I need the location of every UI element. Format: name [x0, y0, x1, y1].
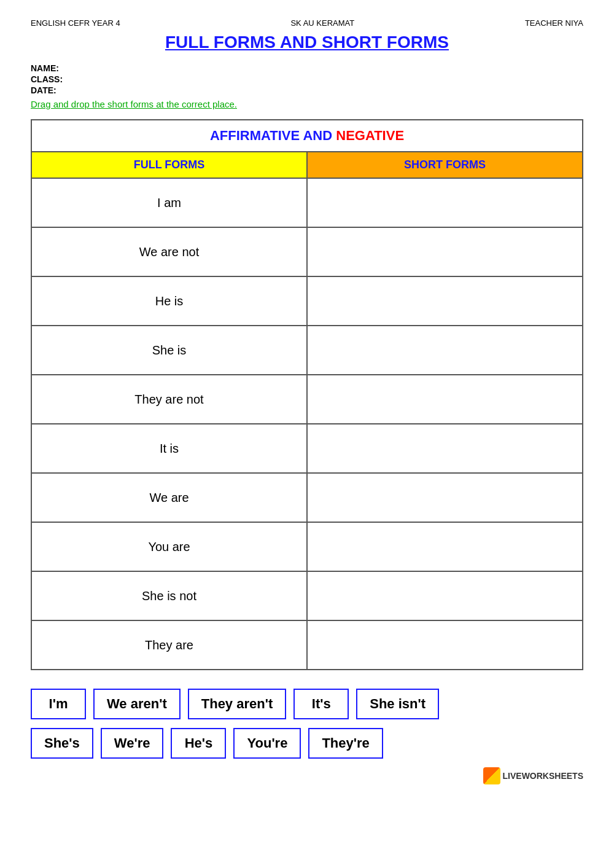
short-form-cell[interactable]	[307, 375, 583, 424]
full-form-cell: We are not	[31, 227, 307, 276]
short-form-cell[interactable]	[307, 620, 583, 670]
short-form-cell[interactable]	[307, 276, 583, 326]
date-label: DATE:	[31, 85, 583, 95]
table-row: They are not	[31, 375, 583, 424]
col-header-row: FULL FORMS SHORT FORMS	[31, 152, 583, 178]
table-row: We are	[31, 473, 583, 522]
drag-item[interactable]: I'm	[31, 689, 86, 719]
drag-item[interactable]: We aren't	[93, 689, 181, 719]
logo-box: LIVEWORKSHEETS	[483, 767, 583, 784]
full-form-cell: They are	[31, 620, 307, 670]
page-title: FULL FORMS AND SHORT FORMS	[31, 33, 583, 52]
drag-item[interactable]: They aren't	[188, 689, 287, 719]
drag-row-1: I'mWe aren'tThey aren'tIt'sShe isn't	[31, 689, 583, 719]
instruction-text: Drag and drop the short forms at the cor…	[31, 99, 583, 109]
col-short-forms-header: SHORT FORMS	[307, 152, 583, 178]
full-form-cell: I am	[31, 178, 307, 227]
negative-label: NEGATIVE	[336, 128, 404, 143]
full-form-cell: She is not	[31, 571, 307, 620]
drag-item[interactable]: He's	[171, 728, 226, 759]
student-info: NAME: CLASS: DATE:	[31, 63, 583, 95]
header-right: TEACHER NIYA	[525, 18, 583, 28]
table-row: She is	[31, 326, 583, 375]
liveworksheets-logo: LIVEWORKSHEETS	[31, 767, 583, 784]
drag-item[interactable]: She's	[31, 728, 93, 759]
full-form-cell: We are	[31, 473, 307, 522]
drag-item[interactable]: She isn't	[356, 689, 439, 719]
table-title-cell: AFFIRMATIVE AND NEGATIVE	[31, 120, 583, 152]
short-form-cell[interactable]	[307, 473, 583, 522]
header-left: ENGLISH CEFR YEAR 4	[31, 18, 120, 28]
table-row: We are not	[31, 227, 583, 276]
table-title-row: AFFIRMATIVE AND NEGATIVE	[31, 120, 583, 152]
full-form-cell: She is	[31, 326, 307, 375]
drag-row-2: She'sWe'reHe'sYou'reThey're	[31, 728, 583, 759]
full-form-cell: They are not	[31, 375, 307, 424]
affirmative-label: AFFIRMATIVE AND	[210, 128, 336, 143]
short-form-cell[interactable]	[307, 227, 583, 276]
table-row: They are	[31, 620, 583, 670]
class-label: CLASS:	[31, 74, 583, 84]
short-form-cell[interactable]	[307, 424, 583, 473]
short-form-cell[interactable]	[307, 571, 583, 620]
full-form-cell: It is	[31, 424, 307, 473]
short-form-cell[interactable]	[307, 178, 583, 227]
table-row: He is	[31, 276, 583, 326]
table-row: You are	[31, 522, 583, 571]
header-center: SK AU KERAMAT	[290, 18, 354, 28]
full-form-cell: You are	[31, 522, 307, 571]
drag-item[interactable]: They're	[308, 728, 383, 759]
header-bar: ENGLISH CEFR YEAR 4 SK AU KERAMAT TEACHE…	[31, 18, 583, 28]
col-full-forms-header: FULL FORMS	[31, 152, 307, 178]
worksheet-table: AFFIRMATIVE AND NEGATIVE FULL FORMS SHOR…	[31, 119, 583, 670]
short-form-cell[interactable]	[307, 326, 583, 375]
drag-item[interactable]: You're	[233, 728, 301, 759]
name-label: NAME:	[31, 63, 583, 73]
logo-icon	[483, 767, 500, 784]
table-row: She is not	[31, 571, 583, 620]
drag-items-section: I'mWe aren'tThey aren'tIt'sShe isn't She…	[31, 689, 583, 759]
logo-text: LIVEWORKSHEETS	[503, 771, 583, 781]
drag-item[interactable]: It's	[293, 689, 349, 719]
full-form-cell: He is	[31, 276, 307, 326]
table-row: I am	[31, 178, 583, 227]
drag-item[interactable]: We're	[101, 728, 164, 759]
table-row: It is	[31, 424, 583, 473]
short-form-cell[interactable]	[307, 522, 583, 571]
